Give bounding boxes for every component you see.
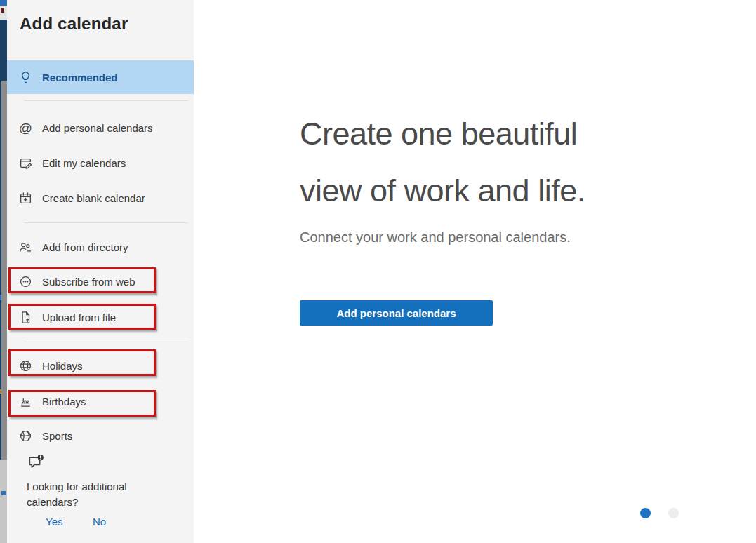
sidebar-item-label: Create blank calendar	[42, 192, 145, 204]
background-edge	[1, 8, 4, 13]
sidebar-item-create-blank-calendar[interactable]: Create blank calendar	[7, 180, 194, 215]
background-edge	[0, 20, 7, 81]
add-calendar-dialog: Add calendar Recommended @ Add personal …	[0, 0, 756, 543]
background-edge	[0, 295, 1, 300]
sidebar-item-label: Recommended	[42, 72, 118, 83]
cake-icon	[18, 394, 33, 409]
sidebar-item-sports[interactable]: Sports	[7, 418, 194, 453]
ball-icon	[18, 429, 33, 443]
sidebar-item-add-from-directory[interactable]: Add from directory	[7, 229, 194, 264]
sidebar-item-label: Holidays	[42, 360, 83, 372]
at-icon: @	[18, 121, 33, 135]
sidebar-item-label: Upload from file	[42, 311, 116, 323]
sidebar-item-label: Birthdays	[42, 396, 86, 408]
new-calendar-icon	[18, 191, 33, 206]
background-edge	[1, 81, 7, 460]
upload-file-icon	[18, 310, 33, 325]
sidebar-item-label: Add from directory	[42, 241, 128, 253]
background-edge	[1, 491, 6, 495]
divider	[24, 100, 188, 101]
promo-heading: Create one beautiful view of work and li…	[300, 105, 585, 219]
carousel-dot-1-active[interactable]	[640, 508, 651, 518]
page-title: Add calendar	[20, 14, 128, 34]
divider	[24, 342, 188, 342]
background-edge	[0, 460, 7, 543]
ellipsis-circle-icon	[18, 274, 33, 289]
divider	[24, 222, 188, 223]
lightbulb-icon	[18, 70, 33, 85]
edit-calendar-icon	[18, 156, 33, 170]
sidebar-item-subscribe-from-web[interactable]: Subscribe from web	[7, 264, 194, 299]
sidebar-item-holidays[interactable]: Holidays	[7, 348, 194, 383]
feedback-prompt: Looking for additional calendars? Yes No	[27, 453, 181, 528]
sidebar-item-label: Subscribe from web	[42, 276, 135, 288]
people-add-icon	[18, 240, 33, 255]
feedback-question: Looking for additional calendars?	[27, 479, 181, 510]
sidebar-item-label: Edit my calendars	[42, 157, 126, 169]
sidebar-item-recommended[interactable]: Recommended	[7, 60, 194, 94]
sidebar-item-label: Add personal calendars	[42, 122, 153, 134]
sidebar-item-edit-my-calendars[interactable]: Edit my calendars	[7, 145, 194, 180]
background-edge	[0, 389, 1, 394]
sidebar-item-label: Sports	[42, 430, 72, 442]
background-edge	[0, 0, 7, 6]
add-calendar-sidebar: Add calendar Recommended @ Add personal …	[7, 0, 194, 543]
carousel-dot-2[interactable]	[668, 508, 679, 518]
feedback-bubble-icon	[27, 462, 46, 474]
globe-icon	[18, 358, 33, 373]
sidebar-item-add-personal-calendars[interactable]: @ Add personal calendars	[7, 110, 194, 145]
feedback-yes-link[interactable]: Yes	[46, 516, 62, 528]
promo-subtitle: Connect your work and personal calendars…	[300, 229, 571, 246]
sidebar-item-birthdays[interactable]: Birthdays	[7, 384, 194, 419]
add-personal-calendars-button[interactable]: Add personal calendars	[300, 300, 493, 326]
feedback-no-link[interactable]: No	[93, 516, 106, 528]
carousel-dots	[640, 508, 679, 518]
sidebar-item-upload-from-file[interactable]: Upload from file	[7, 300, 194, 335]
